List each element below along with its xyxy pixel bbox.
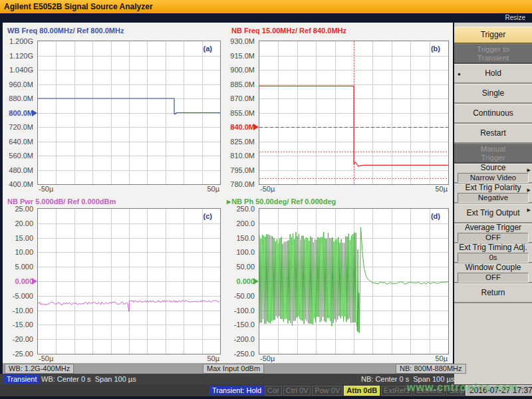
- wb-band-label: WB: 1.2G-400MHz: [5, 364, 74, 374]
- softkey-single[interactable]: Single: [454, 84, 532, 104]
- status-indicator-extref1: ExtRef1: [381, 386, 412, 396]
- ref-level-marker: [253, 278, 259, 285]
- plot-label-b: (b): [431, 45, 440, 53]
- x-tick-start: -50µ: [39, 354, 53, 362]
- softkey-restart[interactable]: Restart: [454, 124, 532, 144]
- softkey-sidebar: TriggerTrigger toTransient●HoldSingleCon…: [453, 23, 532, 385]
- plot-wb-freq-canvas: [38, 41, 220, 184]
- plot-nb-pwr-canvas: [38, 209, 220, 354]
- x-tick-end: 50µ: [207, 185, 219, 193]
- softkey-label: Return: [481, 289, 505, 297]
- plot-nb-freq-y-axis: 930.0M915.0M900.0M885.0M870.0M855.0M840.…: [223, 41, 256, 184]
- y-tick-label: 1.040G: [9, 66, 33, 74]
- submenu-arrow-icon: ▶: [527, 207, 531, 213]
- status-indicator-pow-0v: Pow 0V: [312, 386, 342, 396]
- y-tick-label: 250.0: [236, 205, 255, 213]
- y-tick-label: 855.0M: [230, 109, 255, 117]
- y-tick-label: 400.0M: [9, 180, 33, 188]
- submenu-arrow-icon: ▶: [527, 168, 531, 173]
- y-tick-label: 870.0M: [230, 94, 255, 102]
- plot-wb-freq-header: WB Freq 80.00MHz/ Ref 800.0MHz: [7, 27, 124, 35]
- y-tick-label: 880.0M: [9, 94, 33, 102]
- softkey-return[interactable]: Return: [454, 283, 532, 303]
- softkey-value: OFF: [458, 273, 529, 283]
- selected-bullet-icon: ●: [458, 70, 461, 76]
- y-tick-label: -15.00: [13, 321, 33, 329]
- graph-area: WB Freq 80.00MHz/ Ref 800.0MHz 1.200G1.1…: [3, 23, 453, 363]
- softkey-value: OFF: [458, 233, 529, 243]
- softkey-label: Ext Trig Polarity: [465, 184, 521, 192]
- y-tick-label: 930.0M: [230, 37, 255, 45]
- plot-label-a: (a): [203, 45, 212, 53]
- y-tick-label: 720.0M: [9, 123, 33, 131]
- y-tick-label: 1.120G: [9, 52, 33, 60]
- softkey-average-trigger[interactable]: Average TriggerOFF: [454, 223, 532, 243]
- plot-wb-freq-y-axis: 1.200G1.120G1.040G960.0M880.0M800.0M720.…: [1, 41, 35, 184]
- plot-nb-freq: NB Freq 15.00MHz/ Ref 840.0MHz 930.0M915…: [259, 41, 449, 185]
- plot-nb-freq-canvas: [259, 41, 448, 184]
- softkey-hold[interactable]: ●Hold: [454, 64, 532, 84]
- plot-nb-phase-canvas: [259, 209, 448, 354]
- x-tick-end: 50µ: [435, 354, 448, 362]
- y-tick-label: 795.0M: [230, 166, 255, 174]
- softkey-ext-trig-output[interactable]: Ext Trig Output▶: [454, 203, 532, 223]
- plot-wb-freq: WB Freq 80.00MHz/ Ref 800.0MHz 1.200G1.1…: [37, 41, 221, 185]
- softkey-window-couple[interactable]: Window CoupleOFF: [454, 263, 532, 283]
- y-tick-label: 200.0: [236, 219, 255, 227]
- resize-button[interactable]: Resize: [505, 14, 525, 21]
- softkey-label: Trigger: [481, 154, 505, 162]
- softkey-source[interactable]: SourceNarrow Video▶: [454, 164, 532, 184]
- softkey-trigger-to: Trigger toTransient: [454, 44, 532, 64]
- softkey-label: Ext Trig Output: [466, 209, 519, 217]
- softkey-panel: TriggerTrigger toTransient●HoldSingleCon…: [454, 27, 532, 303]
- y-tick-label: -10.00: [13, 307, 33, 315]
- y-tick-label: 0.000: [15, 277, 33, 285]
- y-tick-label: 800.0M: [9, 109, 33, 117]
- y-tick-label: 885.0M: [230, 80, 255, 88]
- sweep-status-bar: Transient WB: Center 0 s Span 100 µs NB:…: [0, 374, 454, 384]
- y-tick-label: -250.0: [234, 350, 255, 358]
- nb-band-label: NB: 800M-880MHz: [396, 364, 466, 374]
- indicator-row: CorCtrl 0VPow 0VAttn 0dBExtRef1ExtRef2St…: [265, 386, 485, 396]
- y-tick-label: 0.000: [236, 277, 255, 285]
- softkey-label: Manual: [481, 145, 506, 154]
- status-indicator-attn-0db: Attn 0dB: [344, 386, 380, 396]
- y-tick-label: -150.0: [234, 321, 255, 329]
- y-tick-label: -50.00: [234, 292, 255, 300]
- softkey-value: 0s: [458, 253, 529, 263]
- softkey-label: Trigger: [481, 31, 506, 39]
- softkey-label: Window Couple: [465, 263, 521, 272]
- softkey-label: Restart: [480, 129, 506, 138]
- softkey-trigger[interactable]: Trigger: [454, 27, 532, 44]
- softkey-ext-trig-polarity[interactable]: Ext Trig PolarityNegative▶: [454, 184, 532, 203]
- y-tick-label: 780.0M: [230, 180, 255, 188]
- y-tick-label: 5.000: [15, 263, 33, 271]
- plot-nb-phase-y-axis: 250.0200.0150.0100.050.000.000-50.00-100…: [223, 209, 256, 354]
- softkey-continuous[interactable]: Continuous: [454, 104, 532, 124]
- softkey-manual: ManualTrigger: [454, 144, 532, 164]
- ref-level-marker: [32, 278, 37, 285]
- plot-label-d: (d): [431, 212, 440, 220]
- y-tick-label: 560.0M: [9, 152, 33, 160]
- softkey-ext-trig-timing-adj[interactable]: Ext Trig Timing Adj.0s: [454, 243, 532, 263]
- instrument-status-bar: Transient: Hold CorCtrl 0VPow 0VAttn 0dB…: [0, 384, 532, 396]
- softkey-label: Continuous: [473, 109, 513, 118]
- status-indicator-extref2: ExtRef2: [414, 386, 445, 396]
- y-tick-label: 825.0M: [230, 138, 255, 146]
- y-tick-label: 50.00: [236, 263, 255, 271]
- x-tick-end: 50µ: [207, 354, 219, 362]
- softkey-label: Hold: [485, 69, 501, 78]
- status-indicator-stop: Stop: [446, 386, 467, 396]
- x-tick-start: -50µ: [260, 185, 275, 193]
- y-tick-label: -200.0: [234, 335, 255, 343]
- y-tick-label: 25.00: [15, 205, 33, 213]
- softkey-label: Single: [482, 89, 504, 98]
- app-title: Agilent E5052B Signal Source Analyzer: [4, 2, 153, 11]
- trigger-state-badge: Transient: Hold: [209, 386, 264, 395]
- softkey-label: Transient: [477, 54, 509, 63]
- active-trace-icon: ▶: [227, 199, 231, 205]
- submenu-arrow-icon: ▶: [527, 188, 531, 193]
- nb-sweep-label: NB: Center 0 s Span 100 µs: [361, 375, 454, 383]
- plot-nb-freq-header: NB Freq 15.00MHz/ Ref 840.0MHz: [231, 27, 346, 35]
- x-tick-start: -50µ: [39, 185, 53, 193]
